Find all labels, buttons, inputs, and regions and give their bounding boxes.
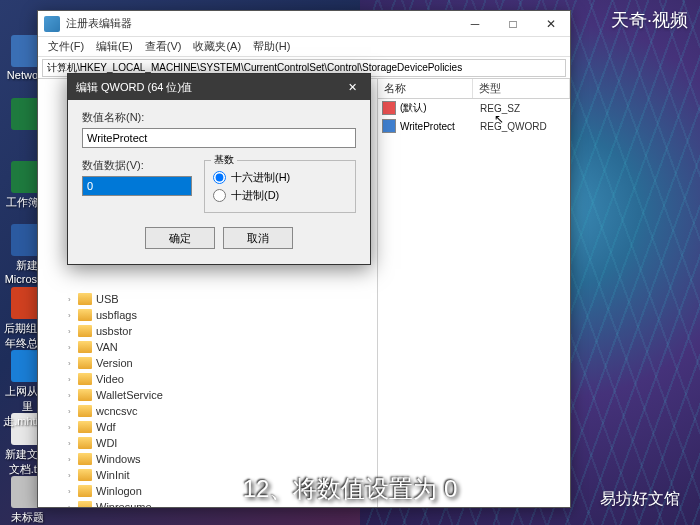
- tree-item[interactable]: ›wcncsvc: [38, 403, 377, 419]
- menu-item[interactable]: 收藏夹(A): [187, 39, 247, 54]
- value-name-input[interactable]: [82, 128, 356, 148]
- cancel-button[interactable]: 取消: [223, 227, 293, 249]
- menubar: 文件(F)编辑(E)查看(V)收藏夹(A)帮助(H): [38, 37, 570, 57]
- radio-hex[interactable]: 十六进制(H): [213, 170, 347, 185]
- watermark-top-right: 天奇·视频: [611, 8, 688, 32]
- edit-qword-dialog: 编辑 QWORD (64 位)值 ✕ 数值名称(N): 数值数据(V): 基数 …: [67, 73, 371, 265]
- tree-item[interactable]: ›Video: [38, 371, 377, 387]
- close-button[interactable]: ✕: [532, 11, 570, 37]
- data-label: 数值数据(V):: [82, 158, 192, 173]
- watermark-bottom-right: 易坊好文馆: [600, 489, 680, 510]
- list-header[interactable]: 名称 类型: [378, 79, 570, 99]
- tree-item[interactable]: ›Wdf: [38, 419, 377, 435]
- menu-item[interactable]: 文件(F): [42, 39, 90, 54]
- col-type[interactable]: 类型: [473, 79, 570, 98]
- values-panel[interactable]: 名称 类型 (默认)REG_SZWriteProtectREG_QWORD: [378, 79, 570, 507]
- dialog-title-text: 编辑 QWORD (64 位)值: [76, 80, 192, 95]
- dialog-close-button[interactable]: ✕: [342, 81, 362, 94]
- minimize-button[interactable]: ─: [456, 11, 494, 37]
- base-group: 基数 十六进制(H) 十进制(D): [204, 160, 356, 213]
- name-label: 数值名称(N):: [82, 110, 356, 125]
- base-legend: 基数: [211, 153, 237, 167]
- tree-item[interactable]: ›WDI: [38, 435, 377, 451]
- radio-dec[interactable]: 十进制(D): [213, 188, 347, 203]
- tree-item[interactable]: ›Version: [38, 355, 377, 371]
- col-name[interactable]: 名称: [378, 79, 473, 98]
- menu-item[interactable]: 查看(V): [139, 39, 188, 54]
- maximize-button[interactable]: □: [494, 11, 532, 37]
- titlebar[interactable]: 注册表编辑器 ─ □ ✕: [38, 11, 570, 37]
- value-row[interactable]: (默认)REG_SZ: [378, 99, 570, 117]
- regedit-icon: [44, 16, 60, 32]
- value-row[interactable]: WriteProtectREG_QWORD: [378, 117, 570, 135]
- tree-item[interactable]: ›VAN: [38, 339, 377, 355]
- menu-item[interactable]: 编辑(E): [90, 39, 139, 54]
- window-title: 注册表编辑器: [66, 16, 456, 31]
- value-data-input[interactable]: [82, 176, 192, 196]
- tree-item[interactable]: ›Windows: [38, 451, 377, 467]
- tree-item[interactable]: ›usbstor: [38, 323, 377, 339]
- tree-item[interactable]: ›USB: [38, 291, 377, 307]
- menu-item[interactable]: 帮助(H): [247, 39, 296, 54]
- tree-item[interactable]: ›usbflags: [38, 307, 377, 323]
- video-subtitle: 12、将数值设置为 0: [243, 473, 458, 505]
- cursor-icon: ↖: [494, 112, 504, 126]
- ok-button[interactable]: 确定: [145, 227, 215, 249]
- tree-item[interactable]: ›WalletService: [38, 387, 377, 403]
- dialog-titlebar[interactable]: 编辑 QWORD (64 位)值 ✕: [68, 74, 370, 100]
